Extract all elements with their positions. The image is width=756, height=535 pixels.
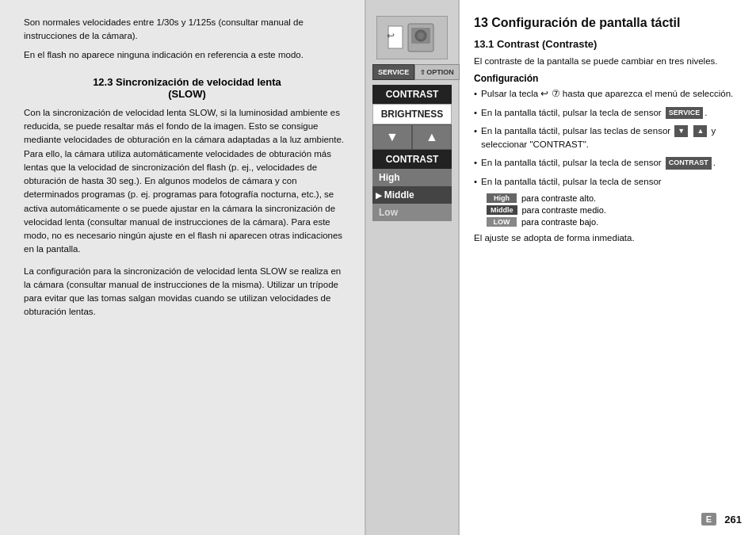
svg-point-5 (418, 32, 424, 39)
page-number: 261 (724, 514, 742, 525)
top-para1: Son normales velocidades entre 1/30s y 1… (24, 16, 350, 44)
arrow-down-button[interactable]: ▼ (372, 124, 412, 150)
high-badge: High (487, 193, 517, 203)
contrast-badge: CONTRAST (666, 157, 712, 170)
right-column: 13 Configuración de pantalla táctil 13.1… (460, 0, 756, 266)
section-title: 12.3 Sincronización de velocidad lenta (… (24, 76, 350, 100)
contrast-label-bottom: CONTRAST (372, 150, 452, 169)
arrow-up-badge: ▲ (693, 125, 707, 138)
right-wrapper: 13 Configuración de pantalla táctil 13.1… (460, 0, 756, 535)
body-text-slow2: La configuración para la sincronización … (24, 265, 350, 319)
svg-text:↩: ↩ (387, 30, 395, 41)
contrast-option-list: High Middle Low (372, 169, 452, 221)
final-note: El ajuste se adopta de forma inmediata. (474, 231, 742, 245)
shift-icon: ⇧ (420, 69, 426, 76)
bullet-3: • En la pantalla táctil, pulsar las tecl… (474, 124, 742, 152)
middle-label: para contraste medio. (522, 205, 606, 215)
subsection-title: 13.1 Contrast (Contraste) (474, 38, 742, 50)
left-top-text: Son normales velocidades entre 1/30s y 1… (24, 16, 350, 67)
service-option-row: SERVICE ⇧ OPTION (372, 64, 452, 80)
brightness-label: BRIGHTNESS (372, 104, 452, 124)
legend-area: High para contraste alto. Middle para co… (487, 193, 742, 227)
service-button[interactable]: SERVICE (372, 64, 414, 80)
middle-badge: Middle (487, 205, 517, 215)
option-middle[interactable]: Middle (372, 186, 452, 204)
high-label: para contraste alto. (521, 193, 596, 203)
option-button[interactable]: ⇧ OPTION (414, 64, 460, 80)
legend-middle: Middle para contraste medio. (487, 205, 742, 215)
arrow-down-badge: ▼ (674, 125, 688, 138)
body-text-slow: Con la sincronización de velocidad lenta… (24, 106, 350, 257)
bullet-1: • Pulsar la tecla ↩ ⑦ hasta que aparezca… (474, 87, 742, 101)
left-column: Son normales velocidades entre 1/30s y 1… (0, 0, 365, 535)
chapter-title: 13 Configuración de pantalla táctil (474, 16, 742, 30)
bullet-4: • En la pantalla táctil, pulsar la tecla… (474, 156, 742, 170)
camera-icon-area: ↩ (376, 16, 448, 59)
camera-ui-column: ↩ SERVICE ⇧ OPTION CONTRAST BRIGHTNESS ▼ (365, 0, 460, 535)
e-badge: E (701, 513, 716, 525)
low-label: para contraste bajo. (521, 217, 598, 227)
option-low[interactable]: Low (372, 204, 452, 221)
top-para2: En el flash no aparece ninguna indicació… (24, 48, 350, 62)
low-badge: LOW (487, 217, 517, 227)
service-badge: SERVICE (666, 107, 703, 120)
arrow-row: ▼ ▲ (372, 124, 452, 150)
legend-low: LOW para contraste bajo. (487, 217, 742, 227)
config-label: Configuración (474, 73, 742, 84)
contrast-label-top: CONTRAST (372, 85, 452, 104)
legend-high: High para contraste alto. (487, 193, 742, 203)
bullet-5: • En la pantalla táctil, pulsar la tecla… (474, 175, 742, 189)
option-high[interactable]: High (372, 169, 452, 186)
page-container: Son normales velocidades entre 1/30s y 1… (0, 0, 756, 535)
arrow-up-button[interactable]: ▲ (412, 124, 452, 150)
intro-text: El contraste de la pantalla se puede cam… (474, 55, 742, 68)
bullet-2: • En la pantalla táctil, pulsar la tecla… (474, 106, 742, 120)
camera-svg: ↩ (384, 20, 440, 55)
